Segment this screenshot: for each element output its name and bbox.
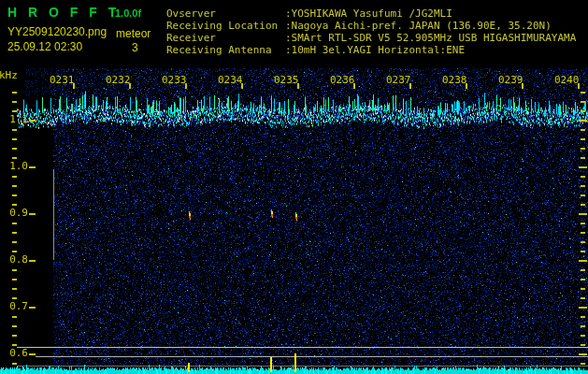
- meteor-count: 3: [132, 41, 138, 54]
- info-row-observer: Ovserver:YOSHIKAWA Yasufumi /JG2MLI: [166, 7, 576, 20]
- time-label: 0238: [442, 74, 467, 86]
- info-value: :10mH 3el.YAGI Horizontal:ENE: [285, 44, 465, 56]
- time-label: 0237: [386, 74, 411, 86]
- spectrogram-canvas: [0, 0, 588, 374]
- info-row-location: Receiving Location:Nagoya Aichi-pref. JA…: [166, 20, 576, 32]
- freq-unit-label: kHz: [0, 69, 18, 81]
- time-label: 0234: [218, 74, 243, 86]
- observer-info-block: Ovserver:YOSHIKAWA Yasufumi /JG2MLI Rece…: [166, 7, 576, 56]
- info-value: :Nagoya Aichi-pref. JAPAN (136.90E, 35.2…: [285, 20, 552, 32]
- freq-label: 0.6: [0, 347, 28, 359]
- time-label: 0231: [50, 74, 75, 86]
- freq-label: 1.0: [0, 160, 28, 172]
- observation-datetime: 25.09.12 02:30: [7, 40, 82, 53]
- time-label: 0235: [274, 74, 299, 86]
- info-label: Ovserver: [166, 7, 285, 20]
- info-row-receiver: Receiver:SMArt RTL-SDR V5 52.905MHz USB …: [166, 32, 576, 44]
- freq-label: 0.8: [0, 253, 28, 266]
- info-label: Receiver: [166, 32, 285, 44]
- info-row-antenna: Receiving Antenna:10mH 3el.YAGI Horizont…: [166, 44, 576, 56]
- time-label: 0239: [498, 74, 523, 86]
- info-value: :YOSHIKAWA Yasufumi /JG2MLI: [285, 7, 452, 20]
- freq-label: 0.9: [0, 207, 28, 219]
- time-label: 0233: [162, 74, 187, 86]
- time-label: 0232: [106, 74, 131, 86]
- freq-label: 0.7: [0, 300, 28, 312]
- mode-label: meteor: [116, 27, 151, 40]
- time-label: 0240: [554, 74, 580, 86]
- info-value: :SMArt RTL-SDR V5 52.905MHz USB HIGASHIM…: [285, 32, 576, 44]
- freq-label: 1.1: [0, 113, 28, 125]
- hrofft-window: H R O F F T 1.0.0f YY2509120230.png mete…: [0, 0, 588, 374]
- app-version: 1.0.0f: [115, 7, 141, 19]
- app-title: H R O F F T: [7, 5, 120, 20]
- output-filename: YY2509120230.png: [7, 25, 107, 38]
- info-label: Receiving Location: [166, 20, 285, 32]
- info-label: Receiving Antenna: [166, 44, 285, 56]
- time-label: 0236: [330, 74, 355, 86]
